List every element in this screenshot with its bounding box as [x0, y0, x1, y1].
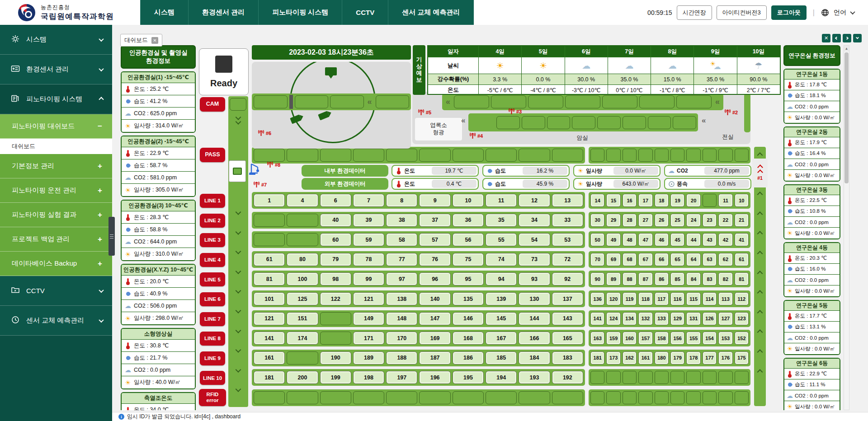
sidebar-subitem-2[interactable]: 기본정보 관리+	[0, 154, 112, 178]
tray-cell[interactable]: 85	[670, 272, 684, 285]
tray-cell[interactable]: 39	[353, 214, 384, 227]
tray-cell[interactable]	[453, 391, 484, 404]
tray-cell[interactable]: 80	[287, 253, 318, 266]
sidebar-subitem-3[interactable]: 피노타이핑 운전 관리+	[0, 178, 112, 203]
tray-cell[interactable]: 75	[453, 253, 484, 266]
tray-cell[interactable]: 26	[655, 214, 669, 227]
sidebar-collapse-handle[interactable]	[108, 217, 115, 256]
tray-cell[interactable]: 20	[686, 194, 700, 207]
tray-cell[interactable]	[320, 312, 351, 325]
tray-cell[interactable]: 36	[453, 214, 484, 227]
tray-cell[interactable]: 137	[552, 292, 583, 305]
tray-cell[interactable]: 127	[718, 312, 732, 325]
tray-cell[interactable]: 132	[638, 312, 652, 325]
prev-icon[interactable]	[832, 34, 841, 42]
tray-cell[interactable]: 65	[670, 253, 684, 266]
tray-cell[interactable]: 66	[655, 253, 669, 266]
tray-cell[interactable]: 123	[735, 312, 749, 325]
tray-cell[interactable]: 131	[686, 312, 700, 325]
tray-cell[interactable]	[655, 371, 669, 384]
tray-cell[interactable]: 117	[655, 292, 669, 305]
tray-cell[interactable]: 19	[670, 194, 684, 207]
tray-cell[interactable]: 180	[655, 351, 669, 365]
tray-cell[interactable]: 6	[320, 194, 351, 207]
tray-cell[interactable]	[623, 391, 637, 404]
tray-cell[interactable]: 167	[486, 332, 517, 345]
tray-cell[interactable]: 144	[519, 312, 550, 325]
tray-cell[interactable]: 12	[519, 194, 550, 207]
tray-cell[interactable]: 67	[638, 253, 652, 266]
tray-cell[interactable]: 143	[552, 312, 583, 325]
tray-cell[interactable]	[703, 149, 717, 162]
tray-cell[interactable]: 193	[519, 371, 550, 384]
tray-cell[interactable]: 97	[386, 272, 417, 285]
tray-cell[interactable]: 138	[386, 292, 417, 305]
tray-cell[interactable]: 43	[703, 233, 717, 246]
tray-cell[interactable]: 174	[287, 332, 318, 345]
tray-cell[interactable]: 38	[386, 214, 417, 227]
tray-cell[interactable]: 115	[686, 292, 700, 305]
tray-cell[interactable]: 92	[552, 272, 583, 285]
tray-cell[interactable]	[590, 371, 604, 384]
tray-cell[interactable]: 33	[552, 214, 583, 227]
tray-cell[interactable]: 88	[623, 272, 637, 285]
tray-cell[interactable]: 153	[718, 332, 732, 345]
tray-cell[interactable]	[353, 149, 384, 162]
tray-cell[interactable]: 56	[453, 233, 484, 246]
tray-cell[interactable]	[735, 391, 749, 404]
subitem-toggle-icon[interactable]: −	[98, 122, 102, 131]
tray-cell[interactable]: 60	[320, 233, 351, 246]
tray-cell[interactable]: 53	[552, 233, 583, 246]
tray-cell[interactable]: 152	[735, 332, 749, 345]
tray-cell[interactable]	[703, 371, 717, 384]
tray-cell[interactable]: 159	[606, 332, 620, 345]
tray-cell[interactable]: 139	[486, 292, 517, 305]
tray-cell[interactable]	[670, 391, 684, 404]
tray-cell[interactable]: 99	[353, 272, 384, 285]
tray-cell[interactable]	[623, 149, 637, 162]
tray-cell[interactable]	[673, 116, 696, 129]
tray-cell[interactable]	[320, 391, 351, 404]
tray-cell[interactable]	[254, 233, 285, 246]
tray-cell[interactable]	[686, 391, 700, 404]
tray-cell[interactable]: 190	[320, 351, 351, 365]
subitem-toggle-icon[interactable]: +	[98, 235, 102, 244]
subitem-toggle-icon[interactable]: +	[98, 210, 102, 220]
subitem-toggle-icon[interactable]: +	[98, 259, 102, 268]
tray-cell[interactable]	[386, 391, 417, 404]
line-button-5[interactable]: LINE 5	[200, 272, 225, 286]
tray-cell[interactable]	[648, 116, 671, 129]
tray-cell[interactable]: 158	[655, 332, 669, 345]
user-button[interactable]: 아이티컨버전3	[717, 5, 767, 20]
sidebar-subitem-5[interactable]: 프로젝트 백업 관리+	[0, 227, 112, 252]
tray-cell[interactable]: 126	[703, 312, 717, 325]
tray-cell[interactable]: 192	[552, 371, 583, 384]
tray-cell[interactable]: 186	[453, 351, 484, 365]
line-button-6[interactable]: LINE 6	[200, 292, 225, 306]
tray-cell[interactable]: 196	[419, 371, 450, 384]
tray-cell[interactable]: 94	[486, 272, 517, 285]
tray-cell[interactable]	[703, 391, 717, 404]
tray-cell[interactable]: 161	[638, 351, 652, 365]
tray-cell[interactable]	[419, 149, 450, 162]
tray-cell[interactable]: 166	[519, 332, 550, 345]
tray-cell[interactable]: 10	[735, 194, 749, 207]
tray-cell[interactable]: 86	[655, 272, 669, 285]
line-button-4[interactable]: LINE 4	[200, 253, 225, 267]
tray-cell[interactable]: 197	[386, 371, 417, 384]
line-button-1[interactable]: LINE 1	[200, 194, 225, 208]
tray-cell[interactable]	[565, 95, 600, 108]
globe-icon[interactable]	[821, 9, 829, 17]
tray-cell[interactable]	[606, 149, 620, 162]
tray-cell[interactable]: 134	[623, 312, 637, 325]
tray-cell[interactable]: 35	[486, 214, 517, 227]
nav-item-0[interactable]: 시스템	[140, 0, 188, 25]
tray-cell[interactable]	[486, 391, 517, 404]
tray-cell[interactable]: 184	[519, 351, 550, 365]
line-button-10[interactable]: LINE 10	[200, 371, 225, 385]
sidebar-item-0[interactable]: 시스템	[0, 25, 112, 55]
line-button-2[interactable]: LINE 2	[200, 214, 225, 228]
tray-cell[interactable]: 160	[623, 332, 637, 345]
tray-cell[interactable]: 181	[254, 371, 285, 384]
scrollbar-thumb[interactable]	[844, 52, 849, 183]
